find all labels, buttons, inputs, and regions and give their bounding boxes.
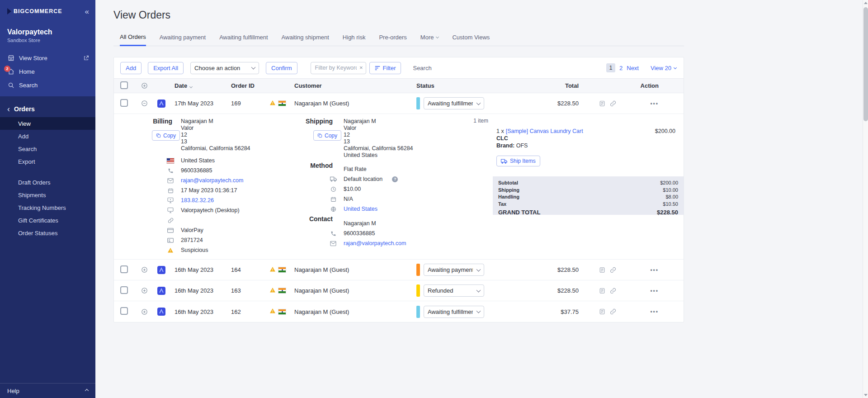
sidebar-item-gift-certificates[interactable]: Gift Certificates — [0, 214, 95, 227]
risk-warning-icon — [269, 100, 276, 107]
help-bar[interactable]: Help — [0, 383, 95, 398]
order-id: 169 — [231, 100, 269, 107]
store-name: Valorpaytech — [7, 28, 88, 36]
order-customer: Nagarajan M (Guest) — [294, 266, 416, 273]
orders-title: Orders — [14, 105, 35, 113]
tab-more[interactable]: More — [420, 33, 439, 46]
tab-awaiting-fulfillment[interactable]: Awaiting fulfillment — [219, 33, 268, 46]
sidebar-item-orders-search[interactable]: Search — [0, 142, 95, 155]
header-total[interactable]: Total — [489, 82, 579, 89]
tab-all-orders[interactable]: All Orders — [120, 33, 146, 46]
sidebar-collapse-icon[interactable]: « — [85, 8, 89, 15]
billing-address-line: Californiai, California 56284 — [167, 145, 300, 152]
tab-awaiting-shipment[interactable]: Awaiting shipment — [282, 33, 329, 46]
invoice-icon[interactable] — [599, 100, 605, 107]
link-icon[interactable] — [610, 267, 616, 273]
order-status-select[interactable]: Refunded — [424, 284, 484, 297]
sidebar-item-tracking-numbers[interactable]: Tracking Numbers — [0, 201, 95, 214]
clear-filter-icon[interactable]: × — [359, 64, 363, 72]
row-checkbox[interactable] — [120, 286, 128, 294]
billing-email-link[interactable]: rajan@valorpaytech.com — [181, 177, 243, 184]
shipping-zone-link[interactable]: United States — [344, 206, 377, 212]
orders-view-label: View — [18, 120, 31, 127]
shipping-method-name: Flat Rate — [344, 166, 367, 172]
header-date[interactable]: Date — [175, 82, 231, 89]
row-actions-menu[interactable]: ••• — [650, 100, 659, 107]
header-status[interactable]: Status — [416, 82, 489, 89]
contact-email-link[interactable]: rajan@valorpaytech.com — [344, 240, 406, 246]
order-total: $37.75 — [489, 308, 579, 315]
link-icon[interactable] — [610, 288, 616, 294]
sidebar-item-view-store[interactable]: View Store — [0, 51, 95, 65]
export-all-button[interactable]: Export All — [148, 62, 184, 74]
select-all-checkbox[interactable] — [120, 81, 128, 89]
sidebar-item-orders-export[interactable]: Export — [0, 155, 95, 168]
order-totals: Subtotal$200.00 Shipping$10.00 Handling$… — [493, 176, 684, 215]
sidebar-item-shipments[interactable]: Shipments — [0, 189, 95, 201]
row-actions-menu[interactable]: ••• — [650, 308, 659, 315]
collapse-row-icon[interactable] — [141, 100, 157, 107]
product-name-link[interactable]: [Sample] Canvas Laundry Cart — [506, 128, 583, 135]
row-checkbox[interactable] — [120, 99, 128, 107]
header-customer[interactable]: Customer — [294, 82, 416, 89]
add-button[interactable]: Add — [120, 62, 142, 74]
expand-row-icon[interactable] — [141, 287, 157, 294]
order-status-select[interactable]: Awaiting fulfillment — [424, 306, 484, 318]
sidebar-orders-header[interactable]: ‹ Orders — [0, 101, 95, 117]
us-flag-icon — [167, 158, 174, 163]
sort-chevron-icon — [189, 85, 193, 88]
scroll-up-arrow[interactable] — [864, 2, 868, 4]
confirm-button[interactable]: Confirm — [266, 62, 297, 74]
sidebar-item-order-statuses[interactable]: Order Statuses — [0, 227, 95, 239]
order-status-select[interactable]: Awaiting fulfillment — [424, 97, 484, 109]
page-2-button[interactable]: 2 — [619, 65, 623, 71]
order-customer: Nagarajan M (Guest) — [294, 100, 416, 107]
calendar-icon — [167, 188, 174, 194]
header-order-id[interactable]: Order ID — [231, 82, 269, 89]
bulk-action-select[interactable]: Choose an action — [190, 62, 259, 74]
sidebar-item-orders-view[interactable]: View — [0, 117, 95, 130]
tab-pre-orders[interactable]: Pre-orders — [379, 33, 406, 46]
invoice-icon[interactable] — [599, 308, 605, 315]
link-icon — [167, 218, 174, 223]
india-flag-icon — [278, 288, 286, 293]
order-status-select[interactable]: Awaiting payment — [424, 264, 484, 276]
page-next-button[interactable]: Next — [627, 65, 639, 71]
link-icon[interactable] — [610, 100, 616, 107]
page-title: View Orders — [113, 9, 868, 21]
header-action: Action — [579, 82, 684, 89]
advanced-search-link[interactable]: Search — [413, 65, 431, 71]
filter-button[interactable]: Filter — [369, 62, 401, 74]
sidebar-item-home[interactable]: 2 Home — [0, 65, 95, 78]
row-checkbox[interactable] — [120, 307, 128, 315]
tab-awaiting-payment[interactable]: Awaiting payment — [160, 33, 206, 46]
sidebar-item-draft-orders[interactable]: Draft Orders — [0, 176, 95, 189]
ship-items-button[interactable]: Ship Items — [496, 156, 540, 166]
expand-all-icon[interactable] — [141, 82, 157, 89]
scroll-down-arrow[interactable] — [864, 394, 868, 396]
scrollbar-thumb[interactable] — [863, 7, 868, 121]
page-scrollbar[interactable] — [863, 0, 868, 398]
page-1-button[interactable]: 1 — [606, 63, 615, 72]
row-checkbox[interactable] — [120, 265, 128, 273]
link-icon[interactable] — [610, 308, 616, 315]
keyword-filter-input[interactable] — [311, 62, 366, 74]
invoice-icon[interactable] — [599, 267, 605, 273]
credit-card-icon — [167, 228, 174, 233]
tab-custom-views[interactable]: Custom Views — [452, 33, 490, 46]
view-per-page-select[interactable]: View 20 — [651, 65, 676, 71]
mail-icon — [330, 241, 337, 246]
ip-address-link[interactable]: 183.82.32.26 — [181, 197, 214, 204]
invoice-icon[interactable] — [599, 288, 605, 294]
row-actions-menu[interactable]: ••• — [650, 288, 659, 294]
sidebar-item-orders-add[interactable]: Add — [0, 130, 95, 142]
sidebar-item-search[interactable]: Search — [0, 78, 95, 92]
tab-awaiting-shipment-label: Awaiting shipment — [282, 34, 329, 41]
expand-row-icon[interactable] — [141, 266, 157, 273]
row-actions-menu[interactable]: ••• — [650, 267, 659, 273]
india-flag-icon — [278, 309, 286, 314]
channel-icon — [157, 287, 175, 295]
help-icon[interactable]: ? — [392, 176, 398, 182]
expand-row-icon[interactable] — [141, 308, 157, 315]
tab-high-risk[interactable]: High risk — [343, 33, 366, 46]
